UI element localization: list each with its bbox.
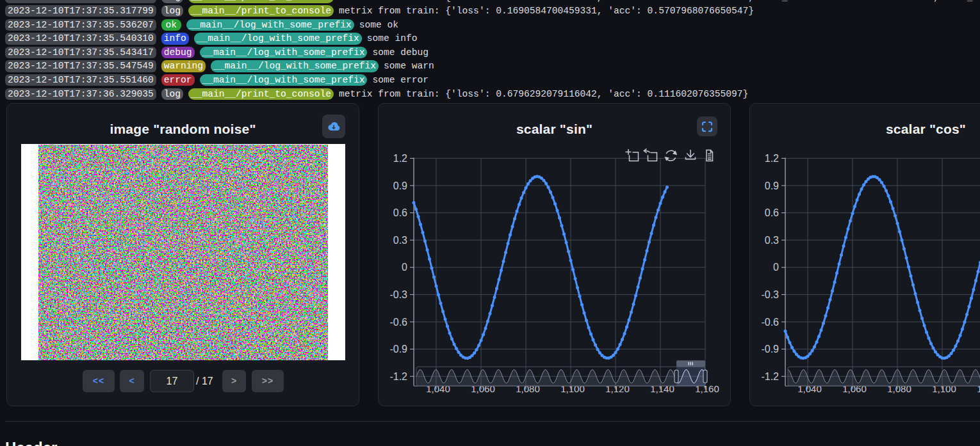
svg-text:-1.2: -1.2 bbox=[389, 371, 407, 382]
svg-text:-0.3: -0.3 bbox=[389, 289, 407, 300]
svg-text:-1.2: -1.2 bbox=[761, 371, 779, 382]
svg-text:0.9: 0.9 bbox=[393, 180, 407, 191]
svg-text:-0.6: -0.6 bbox=[761, 317, 779, 328]
svg-text:-0.3: -0.3 bbox=[761, 289, 779, 300]
svg-text:-0.9: -0.9 bbox=[389, 344, 407, 354]
svg-text:1.2: 1.2 bbox=[765, 153, 779, 164]
svg-text:0.3: 0.3 bbox=[765, 235, 779, 246]
svg-text:-0.9: -0.9 bbox=[761, 344, 779, 354]
svg-text:0.3: 0.3 bbox=[393, 235, 407, 246]
svg-text:0.6: 0.6 bbox=[393, 207, 407, 218]
svg-text:-0.6: -0.6 bbox=[389, 317, 407, 328]
svg-text:0: 0 bbox=[773, 262, 779, 273]
svg-text:1.2: 1.2 bbox=[393, 153, 407, 164]
svg-text:0.9: 0.9 bbox=[765, 180, 779, 191]
svg-text:0.6: 0.6 bbox=[765, 207, 779, 218]
svg-text:0: 0 bbox=[402, 262, 407, 273]
